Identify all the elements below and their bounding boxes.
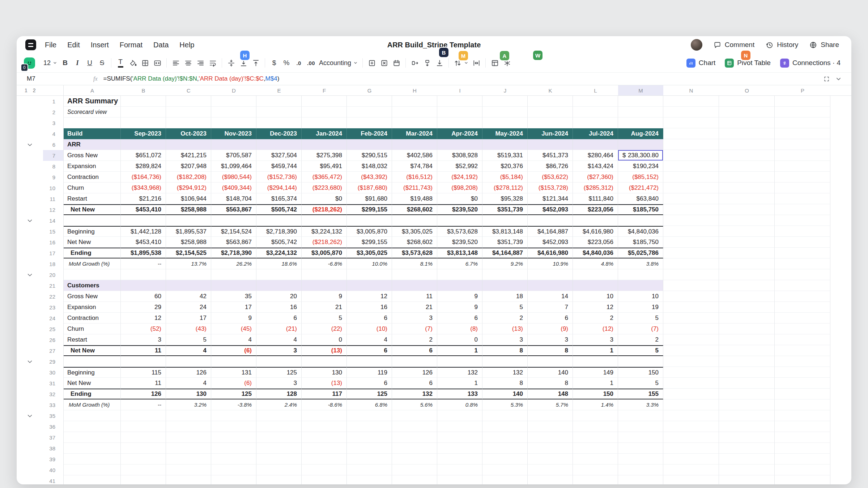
cell-J36[interactable] (482, 421, 528, 432)
cell-O16[interactable] (719, 237, 775, 248)
cell-D8[interactable]: $1,099,464 (211, 161, 256, 172)
cell-P38[interactable] (775, 443, 830, 454)
cell-H20[interactable] (392, 269, 437, 280)
cell-I30[interactable]: 132 (437, 367, 482, 378)
cell-G6[interactable] (347, 139, 392, 150)
merge-cells-button[interactable] (151, 57, 163, 69)
cell-E21[interactable] (256, 280, 302, 291)
cell-L24[interactable]: 2 (573, 313, 618, 324)
row-number[interactable]: 29 (43, 356, 64, 367)
cell-H38[interactable] (392, 443, 437, 454)
cell-D24[interactable]: 9 (211, 313, 256, 324)
row-number[interactable]: 18 (43, 258, 64, 269)
group-collapse-icon[interactable] (17, 356, 43, 367)
cell-B17[interactable]: $1,895,538 (121, 248, 166, 258)
cell-M24[interactable]: 5 (618, 313, 663, 324)
outline-level-2[interactable]: 2 (33, 87, 36, 93)
cell-F31[interactable]: (13) (302, 378, 347, 389)
cell-D23[interactable]: 17 (211, 302, 256, 313)
cell-C29[interactable] (166, 356, 211, 367)
cell-M39[interactable] (618, 454, 663, 465)
cell-J30[interactable]: 132 (482, 367, 528, 378)
cell-H3[interactable] (392, 117, 437, 128)
cell-H40[interactable] (392, 465, 437, 475)
cell-E2[interactable] (256, 107, 302, 117)
cell-L35[interactable] (573, 410, 618, 421)
cell-G37[interactable] (347, 432, 392, 443)
row-number[interactable]: 31 (43, 378, 64, 389)
column-header-J[interactable]: J (482, 85, 528, 95)
cell-B16[interactable]: $453,410 (121, 237, 166, 248)
cell-D7[interactable]: $705,587 (211, 150, 256, 161)
cell-B11[interactable]: $21,216 (121, 193, 166, 204)
align-center-button[interactable] (182, 57, 194, 69)
cell-C26[interactable]: 5 (166, 334, 211, 345)
cell-C2[interactable] (166, 107, 211, 117)
cell-H14[interactable] (392, 215, 437, 226)
cell-N1[interactable] (663, 96, 719, 107)
cell-P30[interactable] (775, 367, 830, 378)
row-number[interactable]: 36 (43, 421, 64, 432)
cell-M8[interactable]: $190,234 (618, 161, 663, 172)
cell-D31[interactable]: (6) (211, 378, 256, 389)
cell-E14[interactable] (256, 215, 302, 226)
cell-J25[interactable]: (13) (482, 324, 528, 334)
cell-G11[interactable]: $91,680 (347, 193, 392, 204)
cell-H32[interactable]: 132 (392, 389, 437, 399)
align-left-button[interactable] (170, 57, 182, 69)
cell-B2[interactable] (121, 107, 166, 117)
cell-J37[interactable] (482, 432, 528, 443)
cell-O8[interactable] (719, 161, 775, 172)
cell-H11[interactable]: $19,488 (392, 193, 437, 204)
cell-L17[interactable]: $4,840,036 (573, 248, 618, 258)
cell-F20[interactable] (302, 269, 347, 280)
cell-O15[interactable] (719, 226, 775, 237)
cell-P25[interactable] (775, 324, 830, 334)
cell-F8[interactable]: $95,491 (302, 161, 347, 172)
cell-I16[interactable]: $239,520 (437, 237, 482, 248)
cell-I18[interactable]: 6.7% (437, 258, 482, 269)
row-number[interactable]: 21 (43, 280, 64, 291)
cell-B21[interactable] (121, 280, 166, 291)
cell-N24[interactable] (663, 313, 719, 324)
cell-K11[interactable]: $121,344 (528, 193, 573, 204)
cell-K31[interactable]: 8 (528, 378, 573, 389)
cell-K7[interactable]: $451,373 (528, 150, 573, 161)
group-collapse-icon[interactable] (17, 215, 43, 226)
cell-P27[interactable] (775, 345, 830, 356)
cell-P39[interactable] (775, 454, 830, 465)
cell-B32[interactable]: 126 (121, 389, 166, 399)
cell-G40[interactable] (347, 465, 392, 475)
cell-B8[interactable]: $289,824 (121, 161, 166, 172)
column-header-G[interactable]: G (347, 85, 392, 95)
cell-C38[interactable] (166, 443, 211, 454)
cell-G26[interactable]: 4 (347, 334, 392, 345)
font-size-select[interactable]: 12 (42, 57, 59, 69)
row-number[interactable]: 9 (43, 172, 64, 183)
cell-N3[interactable] (663, 117, 719, 128)
menu-item-format[interactable]: Format (120, 41, 142, 49)
cell-I8[interactable]: $52,992 (437, 161, 482, 172)
cell-I12[interactable]: $239,520 (437, 204, 482, 215)
insert-date-button[interactable] (390, 57, 403, 69)
cell-L18[interactable]: 4.8% (573, 258, 618, 269)
cell-D25[interactable]: (45) (211, 324, 256, 334)
row-number[interactable]: 12 (43, 204, 64, 215)
cell-N14[interactable] (663, 215, 719, 226)
cell-B20[interactable] (121, 269, 166, 280)
cell-D4[interactable]: Nov-2023 (211, 128, 256, 139)
cell-O31[interactable] (719, 378, 775, 389)
cell-P14[interactable] (775, 215, 830, 226)
cell-A18[interactable]: MoM Growth (%) (64, 258, 121, 269)
cell-P40[interactable] (775, 465, 830, 475)
cell-A9[interactable]: Contraction (64, 172, 121, 183)
cell-C8[interactable]: $207,948 (166, 161, 211, 172)
cell-N10[interactable] (663, 183, 719, 193)
cell-N35[interactable] (663, 410, 719, 421)
cell-I9[interactable]: ($24,192) (437, 172, 482, 183)
cell-N2[interactable] (663, 107, 719, 117)
cell-K23[interactable]: 7 (528, 302, 573, 313)
cell-I26[interactable]: 0 (437, 334, 482, 345)
cell-J38[interactable] (482, 443, 528, 454)
cell-L38[interactable] (573, 443, 618, 454)
